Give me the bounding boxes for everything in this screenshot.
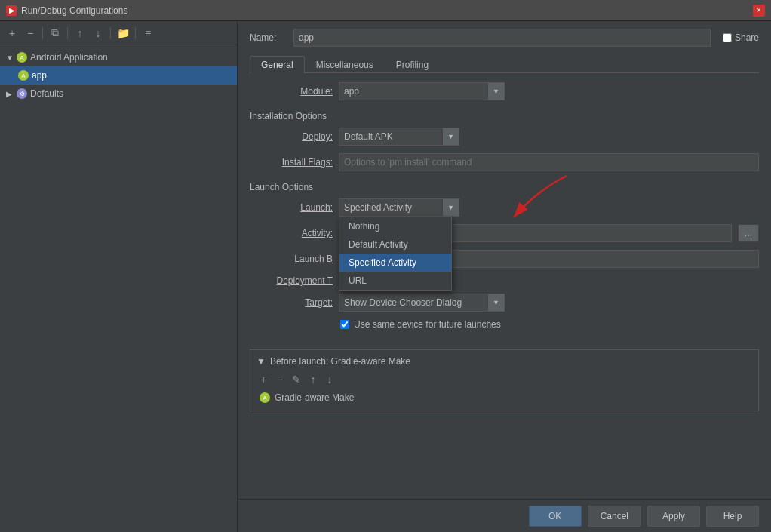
copy-config-button[interactable]: ⧉ [48,26,63,41]
tree-item-label: app [32,70,47,81]
close-button[interactable]: × [753,5,765,17]
folder-button[interactable]: 📁 [115,26,131,41]
before-launch-section: ▼ Before launch: Gradle-aware Make + − ✎… [250,349,759,411]
share-label: Share [735,32,759,43]
launch-b-label: Launch B [250,254,333,264]
before-launch-remove-button[interactable]: − [273,373,287,386]
module-label: Module: [250,86,333,97]
right-panel: Name: Share General Miscellaneous Profil… [238,21,771,532]
deploy-row: Deploy: Default APK ▼ [250,128,759,146]
toolbar-separator [42,27,43,39]
annotation-arrow [491,168,582,229]
remove-config-button[interactable]: − [23,26,38,41]
title-bar: ▶ Run/Debug Configurations × [0,0,771,21]
window-controls: × [753,5,765,17]
target-select[interactable]: Show Device Chooser Dialog [339,294,481,311]
android-icon: A [17,52,27,63]
ok-button[interactable]: OK [529,506,582,527]
dropdown-item-nothing[interactable]: Nothing [339,217,451,235]
deploy-label: Deploy: [250,131,333,142]
tree-item-label: Android Application [30,52,108,63]
target-row: Target: Show Device Chooser Dialog ▼ [250,294,759,312]
name-row: Name: Share [250,29,759,47]
tab-profiling[interactable]: Profiling [385,56,440,73]
dropdown-item-url[interactable]: URL [339,272,451,290]
sidebar-toolbar: + − ⧉ ↑ ↓ 📁 ≡ [0,21,237,45]
before-launch-edit-button[interactable]: ✎ [290,373,303,386]
same-device-row: Use same device for future launches [250,319,759,330]
help-button[interactable]: Help [706,506,759,527]
dropdown-item-default-activity[interactable]: Default Activity [339,235,451,254]
tree-item-defaults[interactable]: ▶ ⚙ Defaults [0,85,237,103]
gradle-icon: A [260,392,270,403]
tab-miscellaneous[interactable]: Miscellaneous [305,56,385,73]
before-launch-arrow: ▼ [256,356,266,367]
tree-item-label: Defaults [30,88,63,99]
deploy-select-wrap: Default APK ▼ [339,128,459,146]
launch-dropdown-menu: Nothing Default Activity Specified Activ… [339,217,452,291]
name-input[interactable] [293,29,711,47]
sort-button[interactable]: ≡ [140,26,155,41]
tree-item-android-application[interactable]: ▼ A Android Application [0,48,237,66]
launch-select-arrow: ▼ [442,199,459,216]
deployment-label: Deployment T [250,275,333,286]
window-title: Run/Debug Configurations [21,5,753,16]
apply-button[interactable]: Apply [647,506,700,527]
launch-options-label: Launch Options [250,182,759,192]
before-launch-label: Before launch: Gradle-aware Make [270,356,410,367]
before-launch-item-label: Gradle-aware Make [275,392,354,403]
app-icon: ▶ [6,5,17,16]
same-device-checkbox[interactable] [340,320,349,329]
before-launch-down-button[interactable]: ↓ [323,373,336,386]
main-content: + − ⧉ ↑ ↓ 📁 ≡ ▼ A Android Application A … [0,21,771,532]
tab-bar: General Miscellaneous Profiling [250,56,759,73]
launch-row: Launch: Specified Activity ▼ Nothing Def… [250,198,759,217]
module-select-wrap: app ▼ [339,82,505,100]
install-flags-row: Install Flags: [250,153,759,171]
add-config-button[interactable]: + [5,26,20,41]
deploy-select-arrow: ▼ [442,128,459,145]
launch-label: Launch: [250,202,333,213]
move-up-button[interactable]: ↑ [72,26,88,41]
deploy-select[interactable]: Default APK [339,128,412,145]
config-tree: ▼ A Android Application A app ▶ ⚙ Defaul… [0,45,237,532]
before-launch-up-button[interactable]: ↑ [306,373,320,386]
install-flags-label: Install Flags: [250,157,333,168]
install-flags-input[interactable] [339,153,759,171]
module-row: Module: app ▼ [250,82,759,100]
before-launch-item: A Gradle-aware Make [256,391,752,404]
target-select-arrow: ▼ [487,294,504,311]
activity-label: Activity: [250,228,333,238]
installation-options-label: Installation Options [250,111,759,121]
toolbar-separator-2 [67,27,68,39]
cancel-button[interactable]: Cancel [588,506,641,527]
deployment-row: Deployment T [250,275,759,286]
launch-b-row: Launch B [250,250,759,268]
sidebar: + − ⧉ ↑ ↓ 📁 ≡ ▼ A Android Application A … [0,21,238,532]
name-label: Name: [250,32,287,43]
bottom-bar: OK Cancel Apply Help [238,499,771,532]
before-launch-header: ▼ Before launch: Gradle-aware Make [256,356,752,367]
module-select-arrow: ▼ [487,83,504,100]
toolbar-separator-3 [110,27,111,39]
share-checkbox[interactable] [723,33,732,42]
launch-select[interactable]: Specified Activity [339,199,431,216]
activity-browse-button[interactable]: … [738,224,759,242]
android-icon: A [18,70,29,81]
tree-arrow: ▼ [6,54,14,62]
activity-row: Activity: … [250,224,759,242]
share-checkbox-row: Share [723,32,759,43]
config-form: Name: Share General Miscellaneous Profil… [238,21,771,499]
tab-general[interactable]: General [250,56,305,73]
module-select[interactable]: app [339,83,378,100]
same-device-label: Use same device for future launches [354,319,501,330]
tree-item-app[interactable]: A app [0,66,237,85]
target-label: Target: [250,297,333,308]
target-select-wrap: Show Device Chooser Dialog ▼ [339,294,505,312]
dropdown-item-specified-activity[interactable]: Specified Activity [339,254,451,272]
move-down-button[interactable]: ↓ [91,26,106,41]
tree-arrow: ▶ [6,90,14,98]
before-launch-toolbar: + − ✎ ↑ ↓ [256,373,752,386]
launch-select-wrap[interactable]: Specified Activity ▼ [339,198,459,217]
before-launch-add-button[interactable]: + [256,373,270,386]
